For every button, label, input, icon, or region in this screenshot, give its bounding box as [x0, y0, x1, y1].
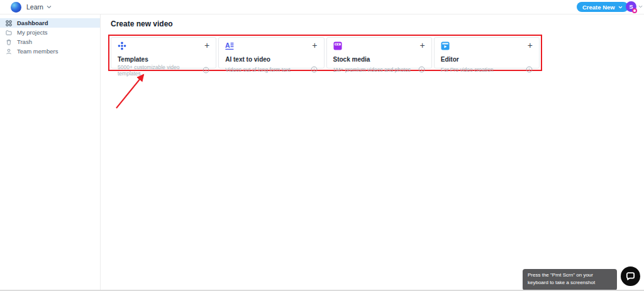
trash-icon	[6, 39, 12, 45]
person-icon	[6, 48, 12, 55]
editor-icon	[441, 41, 450, 53]
card-subtitle: 5000+ customizable video templates	[118, 64, 203, 77]
chat-launcher-button[interactable]	[621, 266, 640, 286]
card-title: Editor	[441, 56, 533, 63]
card-templates[interactable]: + Templates 5000+ customizable video tem…	[111, 37, 216, 69]
card-title: Templates	[118, 56, 209, 63]
folder-icon	[6, 30, 12, 36]
templates-icon	[118, 41, 126, 53]
sidebar-item-label: Trash	[17, 38, 32, 45]
screenshot-tooltip: Press the "Prnt Scrn" on your keyboard t…	[523, 269, 617, 290]
info-icon[interactable]	[526, 64, 533, 75]
card-title: AI text to video	[225, 56, 317, 63]
info-icon[interactable]	[203, 65, 209, 76]
page-title: Create new video	[111, 19, 173, 28]
card-subtitle: 1M+ premium videos and photos	[333, 67, 411, 73]
chat-bubble-icon	[625, 271, 636, 282]
add-editor-button[interactable]: +	[528, 41, 533, 49]
card-ai-text-to-video[interactable]: A + AI text to video Videos out of long …	[218, 37, 324, 69]
learn-menu[interactable]: Learn	[26, 3, 52, 11]
sidebar-item-label: Dashboard	[17, 19, 48, 26]
annotation-red-rectangle: + Templates 5000+ customizable video tem…	[108, 35, 542, 71]
create-new-label: Create New	[582, 4, 615, 11]
sidebar-item-team-members[interactable]: Team members	[0, 47, 100, 56]
svg-text:A: A	[225, 41, 230, 49]
ai-text-icon: A	[225, 41, 234, 53]
create-new-button[interactable]: Create New	[577, 2, 628, 12]
chevron-down-icon	[638, 5, 643, 8]
card-subtitle: Videos out of long form text	[225, 67, 290, 73]
sidebar-item-label: Team members	[17, 48, 58, 55]
account-menu[interactable]: S	[626, 1, 642, 13]
chevron-down-icon	[618, 6, 623, 9]
info-icon[interactable]	[311, 64, 318, 75]
info-icon[interactable]	[418, 64, 425, 75]
grid-icon	[6, 20, 12, 26]
sidebar-item-dashboard[interactable]: Dashboard	[0, 18, 100, 28]
sidebar-item-label: My projects	[17, 29, 48, 36]
sidebar-item-trash[interactable]: Trash	[0, 37, 100, 47]
sidebar-item-my-projects[interactable]: My projects	[0, 28, 100, 37]
card-stock-media[interactable]: + Stock media 1M+ premium videos and pho…	[326, 37, 432, 69]
notification-badge	[632, 8, 637, 13]
sidebar: Dashboard My projects Trash	[0, 14, 101, 290]
learn-label: Learn	[26, 3, 43, 11]
app-logo-icon[interactable]	[11, 2, 21, 13]
app-window: Learn Create New S	[0, 0, 644, 291]
add-ai-text-button[interactable]: +	[312, 41, 317, 49]
add-templates-button[interactable]: +	[204, 41, 209, 49]
card-title: Stock media	[333, 56, 425, 63]
stock-media-icon	[333, 41, 342, 53]
chevron-down-icon	[47, 5, 52, 9]
top-bar: Learn Create New S	[0, 0, 644, 14]
card-subtitle: For Pro video creation	[441, 67, 494, 73]
add-stock-media-button[interactable]: +	[420, 41, 425, 49]
card-editor[interactable]: + Editor For Pro video creation	[434, 37, 540, 69]
